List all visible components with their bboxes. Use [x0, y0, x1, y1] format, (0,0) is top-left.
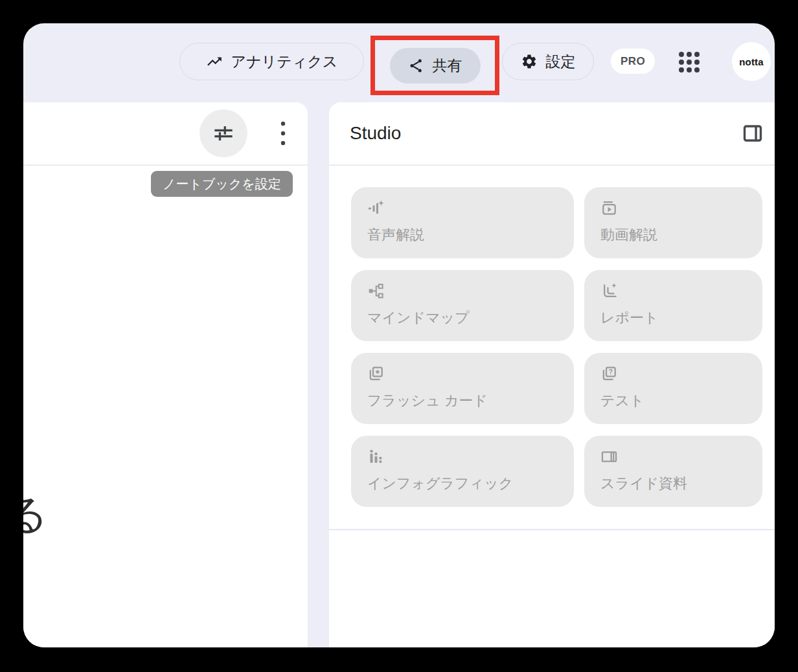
flashcards-icon	[367, 365, 385, 383]
studio-card-mind-map[interactable]: マインドマップ	[351, 270, 574, 341]
share-nodes-icon	[408, 58, 424, 74]
left-header-divider	[23, 164, 308, 166]
gear-icon	[521, 53, 538, 70]
audio-overview-icon	[367, 199, 385, 217]
settings-label: 設定	[546, 52, 576, 72]
studio-card-audio-overview[interactable]: 音声解説	[351, 187, 574, 258]
tune-sliders-icon	[212, 122, 234, 144]
studio-card-label: インフォグラフィック	[367, 474, 574, 493]
slides-icon	[600, 448, 618, 465]
video-overview-icon	[600, 199, 618, 217]
studio-card-label: スライド資料	[600, 474, 762, 493]
studio-card-report[interactable]: レポート	[584, 270, 762, 341]
studio-card-label: フラッシュ カード	[367, 391, 574, 410]
panel-right-icon	[742, 122, 764, 144]
studio-card-slides[interactable]: スライド資料	[584, 436, 762, 507]
settings-button[interactable]: 設定	[502, 43, 594, 80]
report-icon	[600, 282, 618, 300]
kebab-menu-icon	[280, 120, 286, 147]
studio-card-label: マインドマップ	[367, 308, 574, 328]
studio-card-label: レポート	[600, 308, 762, 328]
analytics-label: アナリティクス	[231, 52, 338, 72]
apps-grid-icon	[674, 47, 704, 77]
studio-cards-grid: 音声解説 動画解説 マインドマップ	[351, 187, 762, 507]
studio-bottom-divider	[329, 529, 775, 530]
truncated-heading-text: る	[23, 493, 49, 535]
share-label: 共有	[433, 56, 462, 76]
app-window: アナリティクス 共有 設定 PRO	[23, 23, 775, 647]
studio-panel: Studio 音声解説	[329, 102, 775, 647]
configure-notebook-button[interactable]	[200, 109, 247, 157]
configure-notebook-tooltip: ノートブックを設定	[151, 171, 293, 197]
mind-map-icon	[367, 282, 385, 300]
studio-header-divider	[329, 164, 775, 166]
studio-card-quiz[interactable]: ? テスト	[584, 353, 762, 424]
studio-title: Studio	[350, 123, 401, 144]
studio-card-video-overview[interactable]: 動画解説	[584, 187, 762, 258]
avatar-label: notta	[739, 56, 764, 67]
studio-card-infographic[interactable]: インフォグラフィック	[351, 436, 574, 507]
apps-grid-button[interactable]	[674, 47, 704, 77]
infographic-icon	[367, 448, 385, 465]
share-button[interactable]: 共有	[390, 48, 481, 84]
analytics-button[interactable]: アナリティクス	[179, 43, 364, 80]
studio-card-flashcards[interactable]: フラッシュ カード	[351, 353, 574, 424]
trending-up-icon	[206, 53, 223, 70]
studio-header: Studio	[329, 102, 775, 164]
account-avatar[interactable]: notta	[732, 42, 771, 81]
top-bar: アナリティクス 共有 設定 PRO	[23, 23, 775, 102]
studio-card-label: テスト	[600, 391, 762, 410]
svg-text:?: ?	[609, 368, 613, 375]
chat-panel: ノートブックを設定 る	[23, 102, 308, 647]
quiz-icon: ?	[600, 365, 618, 383]
share-highlight-box: 共有	[370, 36, 499, 95]
collapse-panel-button[interactable]	[740, 120, 766, 146]
studio-card-label: 動画解説	[600, 225, 762, 245]
pro-badge: PRO	[611, 49, 655, 74]
more-options-button[interactable]	[268, 118, 298, 149]
studio-card-label: 音声解説	[367, 225, 574, 245]
